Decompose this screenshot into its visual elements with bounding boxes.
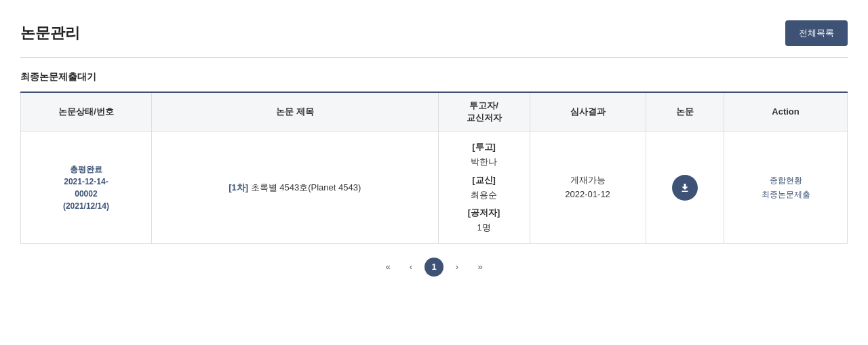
table-row: 총평완료 2021-12-14- 00002 (2021/12/14) [1차]… [21,131,848,244]
col-header-review: 심사결과 [530,92,646,131]
status-label: 총평완료 [28,163,144,176]
action-cell: 종합현황 최종논문제출 [724,131,848,244]
coauthor-label: [공저자] [468,207,500,218]
pagination-next[interactable]: › [448,258,467,277]
action-summary-link[interactable]: 종합현황 [770,175,802,186]
submitted-label: [투고] [472,142,496,152]
paper-number-1: 2021-12-14- [28,176,144,188]
paper-sub-title: 초록별 4543호(Planet 4543) [251,182,361,192]
col-header-title: 논문 제목 [151,92,438,131]
table-header-row: 논문상태/번호 논문 제목 투고자/교신저자 심사결과 논문 Action [21,92,848,131]
coauthor-count: 1명 [477,222,490,232]
contact-name: 최용순 [471,190,497,200]
contributor-cell: [투고] 박한나 [교신] 최용순 [공저자] 1명 [438,131,530,244]
download-button[interactable] [672,175,698,201]
review-status: 게재가능 [537,174,639,188]
page-title: 논문관리 [20,23,80,43]
all-list-button[interactable]: 전체목록 [785,20,848,46]
paper-round-link[interactable]: [1차] [229,182,248,192]
page-header: 논문관리 전체목록 [20,20,848,58]
paper-title-cell: [1차] 초록별 4543호(Planet 4543) [151,131,438,244]
pagination-last[interactable]: » [471,258,490,277]
pagination-current[interactable]: 1 [425,258,443,277]
col-header-contributor: 투고자/교신저자 [438,92,530,131]
papers-table: 논문상태/번호 논문 제목 투고자/교신저자 심사결과 논문 Action 총평… [20,92,848,244]
col-header-paper: 논문 [646,92,724,131]
paper-download-cell [646,131,724,244]
review-result-cell: 게재가능 2022-01-12 [530,131,646,244]
review-date: 2022-01-12 [537,188,639,202]
col-header-action: Action [724,92,848,131]
section-title: 최종논문제출대기 [20,71,848,83]
submitted-name: 박한나 [471,157,497,167]
paper-number-2: 00002 [28,188,144,200]
paper-number-3: (2021/12/14) [28,200,144,212]
contact-label: [교신] [472,175,496,185]
pagination-prev[interactable]: ‹ [401,258,420,277]
status-cell: 총평완료 2021-12-14- 00002 (2021/12/14) [21,131,152,244]
pagination: « ‹ 1 › » [20,258,848,290]
pagination-first[interactable]: « [378,258,397,277]
col-header-status: 논문상태/번호 [21,92,152,131]
action-final-submit-link[interactable]: 최종논문제출 [762,189,810,201]
